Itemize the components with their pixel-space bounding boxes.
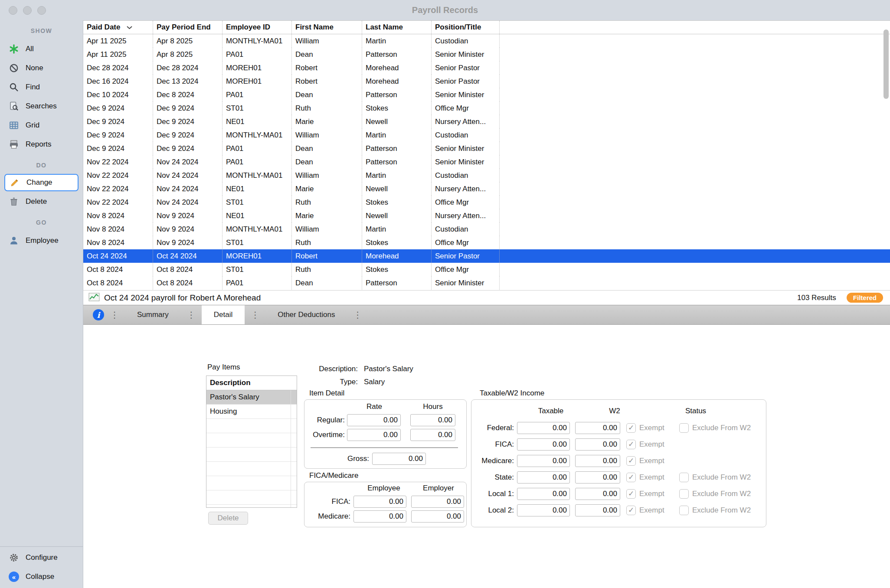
tab-other-deductions[interactable]: Other Deductions [265,305,347,324]
pay-item-empty-row[interactable] [206,448,297,462]
column-header-position-title[interactable]: Position/Title [432,21,500,34]
taxable-amount-input[interactable] [517,438,570,451]
sidebar-item-change[interactable]: Change [4,174,79,191]
sidebar-item-reports[interactable]: Reports [0,135,83,154]
table-row[interactable]: Nov 8 2024 Nov 9 2024 MONTHLY-MA01 Willi… [83,222,890,236]
gear-icon [9,552,19,563]
column-header-pay-period-end[interactable]: Pay Period End [153,21,222,34]
taxable-amount-input[interactable] [517,504,570,516]
table-row[interactable]: Nov 22 2024 Nov 24 2024 MONTHLY-MA01 Wil… [83,169,890,182]
table-row[interactable]: Nov 22 2024 Nov 24 2024 ST01 Ruth Stokes… [83,196,890,209]
table-row[interactable]: Oct 8 2024 Oct 8 2024 PA01 Dean Patterso… [83,276,890,290]
fica-employer-input[interactable] [411,496,464,508]
sidebar-item-configure[interactable]: Configure [0,548,83,567]
tab-summary[interactable]: Summary [125,305,181,324]
close-window-button[interactable] [9,6,17,15]
sidebar-item-find[interactable]: Find [0,78,83,97]
delete-pay-item-button[interactable]: Delete [208,512,248,525]
taxable-amount-input[interactable] [517,471,570,483]
sidebar-item-collapse[interactable]: « Collapse [0,567,83,586]
exclude-from-w2-label: Exclude From W2 [692,471,751,484]
sidebar-item-searches[interactable]: Searches [0,97,83,116]
regular-hours-input[interactable] [410,414,455,426]
sidebar-item-grid[interactable]: Grid [0,116,83,135]
tab-detail[interactable]: Detail [202,305,245,324]
table-row[interactable]: Dec 9 2024 Dec 9 2024 NE01 Marie Newell … [83,115,890,128]
w2-amount-input[interactable] [575,488,620,500]
zoom-window-button[interactable] [37,6,46,15]
vertical-scrollbar[interactable] [883,29,889,99]
table-row[interactable]: Apr 11 2025 Apr 8 2025 MONTHLY-MA01 Will… [83,34,890,48]
table-row[interactable]: Dec 9 2024 Dec 9 2024 ST01 Ruth Stokes O… [83,101,890,115]
exempt-checkbox[interactable] [626,440,636,449]
minimize-window-button[interactable] [23,6,32,15]
pay-items-scrollbar[interactable] [291,390,297,507]
table-row[interactable]: Dec 16 2024 Dec 13 2024 MOREH01 Robert M… [83,75,890,88]
sidebar-item-delete[interactable]: Delete [0,192,83,211]
asterisk-icon [9,44,19,54]
exclude-from-w2-checkbox[interactable] [679,473,689,482]
filtered-badge[interactable]: Filtered [847,293,883,303]
overtime-hours-input[interactable] [410,429,455,441]
taxable-amount-input[interactable] [517,455,570,467]
pencil-icon [10,177,20,188]
column-header-employee-id[interactable]: Employee ID [222,21,292,34]
table-row[interactable]: Nov 22 2024 Nov 24 2024 NE01 Marie Newel… [83,182,890,196]
exclude-from-w2-checkbox[interactable] [679,423,689,433]
table-row[interactable]: Dec 9 2024 Dec 9 2024 MONTHLY-MA01 Willi… [83,128,890,142]
fica-employee-input[interactable] [353,496,406,508]
table-row[interactable]: Dec 28 2024 Dec 28 2024 MOREH01 Robert M… [83,61,890,75]
medicare-label: Medicare: [304,510,350,523]
regular-rate-input[interactable] [347,414,401,426]
column-header-first-name[interactable]: First Name [292,21,362,34]
pay-item[interactable]: Housing [206,405,297,419]
pay-item[interactable]: Pastor's Salary [206,390,297,405]
w2-amount-input[interactable] [575,438,620,451]
w2-amount-input[interactable] [575,471,620,483]
pay-item-empty-row[interactable] [206,462,297,476]
info-icon[interactable]: i [93,309,104,320]
exempt-checkbox[interactable] [626,456,636,466]
saved-search-icon [9,101,19,111]
w2-amount-input[interactable] [575,455,620,467]
table-row[interactable]: Nov 8 2024 Nov 9 2024 NE01 Marie Newell … [83,209,890,222]
exclude-from-w2-checkbox[interactable] [679,506,689,515]
exempt-checkbox[interactable] [626,489,636,499]
sort-chevron-down-icon [126,21,133,34]
pay-item-empty-row[interactable] [206,476,297,490]
exempt-label: Exempt [639,504,664,517]
w2-amount-input[interactable] [575,504,620,516]
pay-item-empty-row[interactable] [206,433,297,448]
sidebar-item-none[interactable]: None [0,59,83,78]
overtime-rate-input[interactable] [347,429,401,441]
sidebar-item-label: None [26,64,43,72]
table-row[interactable]: Apr 11 2025 Apr 8 2025 PA01 Dean Patters… [83,48,890,61]
exempt-label: Exempt [639,471,664,484]
pay-item-empty-row[interactable] [206,490,297,505]
table-row[interactable]: Nov 8 2024 Nov 9 2024 ST01 Ruth Stokes O… [83,236,890,249]
exempt-checkbox[interactable] [626,506,636,515]
table-row[interactable]: Oct 8 2024 Oct 8 2024 ST01 Ruth Stokes O… [83,263,890,276]
sidebar-item-all[interactable]: All [0,39,83,59]
tax-row-label: Local 1: [471,487,514,500]
taxable-amount-input[interactable] [517,422,570,434]
exempt-checkbox[interactable] [626,423,636,433]
w2-amount-input[interactable] [575,422,620,434]
pay-item-empty-row[interactable] [206,419,297,433]
table-row[interactable]: Nov 22 2024 Nov 24 2024 PA01 Dean Patter… [83,155,890,169]
table-row[interactable]: Oct 24 2024 Oct 24 2024 MOREH01 Robert M… [83,249,890,263]
medicare-employer-input[interactable] [411,510,464,523]
taxable-amount-input[interactable] [517,488,570,500]
table-row[interactable]: Dec 10 2024 Dec 8 2024 PA01 Dean Patters… [83,88,890,101]
gross-input[interactable] [372,453,426,465]
table-row[interactable]: Dec 9 2024 Dec 9 2024 PA01 Dean Patterso… [83,142,890,155]
person-icon [9,235,19,246]
exempt-checkbox[interactable] [626,473,636,482]
column-header-last-name[interactable]: Last Name [362,21,432,34]
sidebar-item-employee[interactable]: Employee [0,231,83,250]
tax-row: State: Exempt Exclude From W2 [471,471,766,484]
exclude-from-w2-checkbox[interactable] [679,489,689,499]
medicare-employee-input[interactable] [353,510,406,523]
column-header-paid-date[interactable]: Paid Date [83,21,153,34]
item-detail-title: Item Detail [309,389,344,398]
